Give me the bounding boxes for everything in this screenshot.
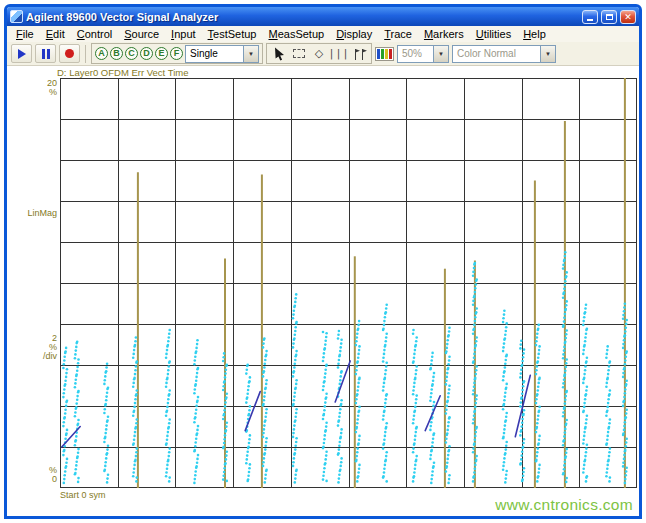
trace-button-f[interactable]: F xyxy=(170,47,183,60)
y-axis-min-label: 0 xyxy=(7,474,57,484)
sweep-mode-dropdown[interactable]: Single ▼ xyxy=(185,45,259,63)
menu-edit[interactable]: Edit xyxy=(40,27,71,41)
y-axis-perdiv-suffix: /div xyxy=(7,351,57,361)
color-mode-value: Color Normal xyxy=(453,48,540,59)
menu-source[interactable]: Source xyxy=(118,27,165,41)
menu-testsetup[interactable]: TestSetup xyxy=(202,27,263,41)
play-icon xyxy=(18,49,26,59)
app-icon xyxy=(10,10,23,23)
menu-markers[interactable]: Markers xyxy=(418,27,470,41)
menu-meassetup[interactable]: MeasSetup xyxy=(262,27,330,41)
y-axis-max-unit: % xyxy=(7,87,57,97)
pause-icon xyxy=(42,49,50,59)
chart-area[interactable] xyxy=(60,78,637,488)
trace-button-a[interactable]: A xyxy=(95,47,108,60)
window-title: Agilent 89600 Vector Signal Analyzer xyxy=(26,11,579,23)
trace-button-e[interactable]: E xyxy=(155,47,168,60)
chevron-down-icon[interactable]: ▼ xyxy=(540,46,555,62)
trace-button-d[interactable]: D xyxy=(140,47,153,60)
trace-letter-buttons: ABCDEF xyxy=(95,47,183,60)
select-cursor-tool[interactable] xyxy=(270,45,288,62)
marker-flags-tool[interactable] xyxy=(350,45,368,62)
menu-control[interactable]: Control xyxy=(71,27,118,41)
chart-wrap xyxy=(60,78,637,488)
trace-button-c[interactable]: C xyxy=(125,47,138,60)
x-axis-start-label: Start 0 sym xyxy=(60,490,106,500)
toolbar-separator xyxy=(85,45,86,63)
sweep-mode-value: Single xyxy=(186,48,243,59)
trace-select-group: ABCDEF Single ▼ xyxy=(91,43,263,64)
marker-diamond-tool[interactable]: ◇ xyxy=(310,45,328,62)
app-window: Agilent 89600 Vector Signal Analyzer ✕ F… xyxy=(4,4,642,519)
band-bars-icon: ||| xyxy=(328,48,349,59)
y-axis-scale-label: LinMag xyxy=(7,208,57,218)
zoom-dropdown[interactable]: 50% ▼ xyxy=(397,45,449,63)
menu-utilities[interactable]: Utilities xyxy=(470,27,517,41)
diamond-marker-icon: ◇ xyxy=(315,48,323,59)
toolbar: ABCDEF Single ▼ ◇ ||| 50% xyxy=(7,42,639,66)
zoom-value: 50% xyxy=(398,48,433,59)
close-button[interactable]: ✕ xyxy=(620,10,636,24)
maximize-button[interactable] xyxy=(601,10,617,24)
cursor-arrow-icon xyxy=(273,47,286,61)
title-bar[interactable]: Agilent 89600 Vector Signal Analyzer ✕ xyxy=(7,7,639,26)
color-palette-icon[interactable] xyxy=(375,47,394,61)
play-button[interactable] xyxy=(11,44,32,63)
menu-file[interactable]: File xyxy=(10,27,40,41)
record-button[interactable] xyxy=(59,44,80,63)
marker-flags-icon xyxy=(352,47,367,61)
watermark: www.cntronics.com xyxy=(495,496,633,514)
selection-rect-icon xyxy=(293,49,305,58)
color-mode-dropdown[interactable]: Color Normal ▼ xyxy=(452,45,556,63)
marker-tools-group: ◇ ||| xyxy=(266,43,372,64)
display-area: D: Layer0 OFDM Err Vect Time 20 % LinMag… xyxy=(7,66,639,516)
trace-button-b[interactable]: B xyxy=(110,47,123,60)
minimize-button[interactable] xyxy=(582,10,598,24)
menu-trace[interactable]: Trace xyxy=(378,27,418,41)
band-markers-tool[interactable]: ||| xyxy=(330,45,348,62)
menu-input[interactable]: Input xyxy=(165,27,201,41)
pause-button[interactable] xyxy=(35,44,56,63)
menu-display[interactable]: Display xyxy=(330,27,378,41)
record-icon xyxy=(65,49,74,58)
screen: Agilent 89600 Vector Signal Analyzer ✕ F… xyxy=(0,0,646,523)
chevron-down-icon[interactable]: ▼ xyxy=(433,46,448,62)
menu-help[interactable]: Help xyxy=(517,27,552,41)
maximize-icon xyxy=(606,14,613,20)
chevron-down-icon[interactable]: ▼ xyxy=(243,46,258,62)
trace-title: D: Layer0 OFDM Err Vect Time xyxy=(57,67,188,78)
zoom-select-tool[interactable] xyxy=(290,45,308,62)
minimize-icon xyxy=(587,19,593,21)
menu-bar: FileEditControlSourceInputTestSetupMeasS… xyxy=(7,26,639,42)
